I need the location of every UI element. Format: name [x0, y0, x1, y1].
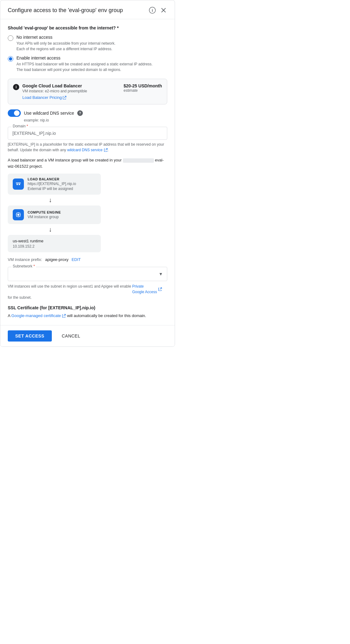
enable-internet-option-content: Enable internet access An HTTPS load bal…: [16, 55, 153, 73]
internet-access-question: Should 'eval-group' be accessible from t…: [8, 25, 167, 30]
wildcard-dns-help-icon[interactable]: ?: [77, 110, 83, 116]
no-internet-radio[interactable]: [8, 35, 13, 41]
pricing-estimate: estimate: [123, 88, 162, 93]
domain-input[interactable]: [8, 127, 167, 140]
close-icon[interactable]: [160, 7, 167, 14]
compute-engine-card: COMPUTE ENGINE VM instance group: [8, 205, 101, 224]
svg-text:i: i: [152, 8, 153, 13]
wildcard-dns-row: Use wildcard DNS service ?: [8, 109, 167, 117]
domain-field-container: Domain *: [8, 127, 167, 140]
load-balancer-pricing-link[interactable]: Load Balancer Pricing: [22, 95, 66, 100]
header-actions: i: [149, 7, 167, 14]
set-access-button[interactable]: SET ACCESS: [8, 330, 52, 342]
vm-prefix-row: VM instance prefix: apigee-proxy EDIT: [8, 257, 167, 262]
configure-access-dialog: Configure access to the 'eval-group' env…: [0, 0, 175, 347]
pricing-info-icon: i: [13, 84, 19, 90]
svg-line-8: [19, 183, 20, 184]
info-icon[interactable]: i: [149, 7, 156, 14]
vm-prefix-value: apigee-proxy: [45, 257, 69, 262]
pricing-sub: VM instance: e2-micro and preemptible: [22, 89, 120, 93]
subnetwork-label: Subnetwork *: [11, 264, 36, 268]
wildcard-dns-service-link[interactable]: wildcard DNS service: [67, 147, 107, 153]
no-internet-option: No internet access Your APIs will only b…: [8, 35, 167, 52]
infra-flow: LOAD BALANCER https://[EXTERNAL_IP].nip.…: [8, 174, 167, 252]
dialog-content: Should 'eval-group' be accessible from t…: [0, 19, 175, 325]
domain-required-star: *: [27, 124, 28, 128]
compute-engine-icon: [13, 209, 24, 220]
internet-access-options: No internet access Your APIs will only b…: [8, 35, 167, 73]
wildcard-dns-example: example: nip.io: [24, 118, 167, 122]
svg-rect-4: [16, 183, 21, 183]
svg-rect-10: [17, 214, 19, 216]
ssl-cert-title: SSL Certificate (for [EXTERNAL_IP].nip.i…: [8, 305, 167, 310]
arrow-down-2: ↓: [49, 226, 52, 233]
load-balancer-type: LOAD BALANCER: [28, 177, 76, 181]
wildcard-dns-toggle[interactable]: [8, 109, 21, 117]
load-balancer-icon: [13, 179, 24, 190]
dialog-footer: SET ACCESS CANCEL: [0, 325, 175, 346]
svg-line-7: [17, 183, 17, 184]
load-balancer-url: https://[EXTERNAL_IP].nip.io: [28, 182, 76, 186]
enable-internet-desc: An HTTPS load balancer will be created a…: [16, 61, 153, 73]
no-internet-label[interactable]: No internet access: [16, 35, 52, 40]
private-google-access-link[interactable]: PrivateGoogle Access: [132, 284, 162, 295]
pricing-amount-block: $20-25 USD/month estimate: [123, 83, 162, 93]
load-balancer-info: LOAD BALANCER https://[EXTERNAL_IP].nip.…: [28, 177, 76, 191]
project-note: A load balancer and a VM instance group …: [8, 157, 167, 169]
pricing-name: Google Cloud Load Balancer: [22, 83, 120, 88]
runtime-card: us-west1 runtime 10.109.152.2: [8, 235, 101, 252]
pricing-card: i Google Cloud Load Balancer VM instance…: [8, 79, 167, 104]
pricing-details: Google Cloud Load Balancer VM instance: …: [22, 83, 120, 100]
svg-rect-6: [19, 184, 20, 185]
subnetwork-required-star: *: [34, 264, 35, 268]
vm-prefix-edit-link[interactable]: EDIT: [72, 257, 81, 262]
enable-internet-label[interactable]: Enable internet access: [16, 55, 61, 60]
dialog-title: Configure access to the 'eval-group' env…: [8, 7, 123, 14]
runtime-ip: 10.109.152.2: [13, 244, 96, 249]
domain-hint: [EXTERNAL_IP] is a placeholder for the s…: [8, 142, 167, 153]
subnetwork-hint: VM instances will use the subnet in regi…: [8, 284, 167, 300]
subnetwork-container: Subnetwork * ▼: [8, 267, 167, 281]
domain-field-label: Domain *: [11, 124, 29, 128]
no-internet-option-content: No internet access Your APIs will only b…: [16, 35, 115, 52]
compute-engine-type: COMPUTE ENGINE: [28, 210, 61, 214]
load-balancer-card: LOAD BALANCER https://[EXTERNAL_IP].nip.…: [8, 174, 101, 195]
google-managed-cert-link[interactable]: Google-managed certificate: [11, 313, 66, 319]
pricing-amount: $20-25 USD/month: [123, 83, 162, 88]
dialog-header: Configure access to the 'eval-group' env…: [0, 0, 175, 19]
project-id-blur: [123, 158, 154, 163]
enable-internet-radio[interactable]: [8, 56, 13, 62]
wildcard-dns-label: Use wildcard DNS service: [24, 111, 74, 116]
enable-internet-option: Enable internet access An HTTPS load bal…: [8, 55, 167, 73]
no-internet-desc: Your APIs will only be accessible from y…: [16, 41, 115, 52]
runtime-label: us-west1 runtime: [13, 239, 96, 243]
compute-engine-info: COMPUTE ENGINE VM instance group: [28, 210, 61, 219]
cancel-button[interactable]: CANCEL: [57, 330, 85, 342]
ssl-cert-text: A Google-managed certificate will automa…: [8, 313, 167, 319]
load-balancer-sub: External IP will be assigned: [28, 187, 76, 191]
svg-rect-5: [16, 184, 18, 185]
compute-engine-sub: VM instance group: [28, 215, 61, 219]
subnetwork-select[interactable]: [8, 267, 167, 281]
arrow-down-1: ↓: [49, 196, 52, 204]
vm-prefix-label: VM instance prefix:: [8, 257, 42, 262]
